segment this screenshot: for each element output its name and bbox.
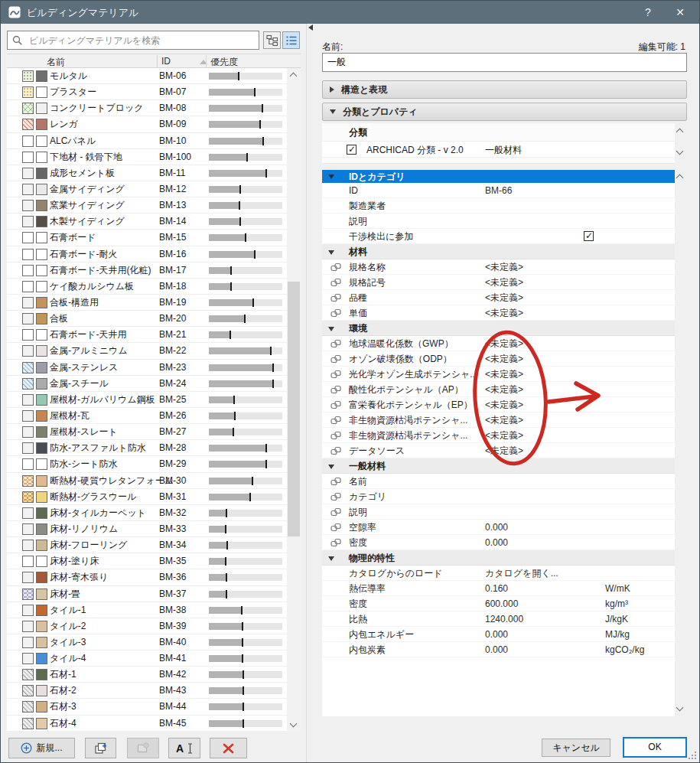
material-row[interactable]: 金属-スチールBM-24: [7, 376, 287, 392]
property-value[interactable]: 1240.000: [485, 611, 523, 627]
property-value[interactable]: <未定義>: [485, 397, 523, 412]
property-row[interactable]: 品種<未定義>: [322, 290, 675, 305]
property-value[interactable]: <未定義>: [485, 336, 523, 351]
property-row[interactable]: 内包炭素0.000kgCO₂/kg: [322, 642, 675, 657]
property-row[interactable]: 説明: [322, 214, 675, 229]
property-row[interactable]: 空隙率0.000: [322, 520, 675, 535]
material-row[interactable]: 石材-1BM-42: [7, 667, 287, 683]
property-row[interactable]: IDBM-66: [322, 183, 675, 198]
classification-checkbox[interactable]: [347, 145, 357, 155]
property-value[interactable]: 0.000: [485, 642, 508, 657]
property-row[interactable]: 製造業者: [322, 198, 675, 214]
material-row[interactable]: 床材-塗り床BM-35: [7, 553, 287, 569]
material-row[interactable]: 木製サイディングBM-14: [7, 214, 287, 230]
material-row[interactable]: 床材-寄木張りBM-36: [7, 569, 287, 585]
material-row[interactable]: 石膏ボード-天井用(化粧)BM-17: [7, 262, 287, 279]
scroll-up-icon[interactable]: [290, 73, 298, 80]
property-value[interactable]: 0.000: [485, 627, 508, 642]
class-scroll-down-icon[interactable]: [676, 148, 684, 155]
property-value[interactable]: <未定義>: [485, 351, 523, 367]
property-row[interactable]: 酸性化ポテンシャル（AP）<未定義>: [322, 382, 675, 397]
material-row[interactable]: 石材-2BM-43: [7, 683, 287, 699]
property-value[interactable]: <未定義>: [485, 259, 523, 275]
scroll-down-icon[interactable]: [290, 720, 298, 728]
material-row[interactable]: 金属-アルミニウムBM-22: [7, 343, 287, 359]
material-row[interactable]: 床材-リノリウムBM-33: [7, 521, 287, 537]
property-value[interactable]: <未定義>: [485, 367, 523, 382]
material-row[interactable]: ケイ酸カルシウム板BM-18: [7, 279, 287, 295]
cancel-button[interactable]: キャンセル: [542, 739, 610, 757]
help-button[interactable]: ?: [637, 3, 659, 21]
property-value[interactable]: <未定義>: [485, 305, 523, 321]
collapse-panel-icon[interactable]: [308, 24, 313, 31]
material-row[interactable]: 防水-アスファルト防水BM-28: [7, 440, 287, 456]
scrollbar-thumb[interactable]: [288, 282, 300, 536]
material-row[interactable]: 屋根材-ガルバリウム鋼板BM-25: [7, 392, 287, 408]
material-row[interactable]: 成形セメント板BM-11: [7, 165, 287, 181]
resize-grip[interactable]: [689, 752, 696, 759]
material-row[interactable]: 石材-3BM-44: [7, 699, 287, 715]
accordion-structure-appearance[interactable]: 構造と表現: [322, 80, 687, 99]
list-view-button[interactable]: [282, 31, 300, 49]
panel-splitter[interactable]: [306, 24, 307, 763]
column-id[interactable]: ID: [161, 56, 171, 67]
material-row[interactable]: 下地材 - 鉄骨下地BM-100: [7, 149, 287, 165]
material-row[interactable]: 断熱材-グラスウールBM-31: [7, 489, 287, 505]
grid-scroll-down-icon[interactable]: [676, 704, 684, 712]
material-row[interactable]: 石膏ボードBM-15: [7, 230, 287, 246]
material-name-input[interactable]: [322, 53, 687, 72]
property-row[interactable]: 密度600.000kg/m³: [322, 596, 675, 611]
property-value[interactable]: <未定義>: [485, 443, 523, 458]
property-row[interactable]: 非生物資源枯渇ポテンシャ...<未定義>: [322, 412, 675, 428]
property-row[interactable]: 名前: [322, 474, 675, 489]
material-row[interactable]: モルタルBM-06: [7, 68, 287, 84]
property-row[interactable]: 説明: [322, 504, 675, 520]
property-row[interactable]: 内包エネルギー0.000MJ/kg: [322, 627, 675, 642]
search-input[interactable]: [28, 32, 256, 48]
property-value[interactable]: 0.000: [485, 520, 508, 535]
property-row[interactable]: データソース<未定義>: [322, 443, 675, 458]
material-row[interactable]: 床材-畳BM-37: [7, 586, 287, 602]
property-row[interactable]: 地球温暖化係数（GWP）<未定義>: [322, 336, 675, 351]
property-row[interactable]: カテゴリ: [322, 489, 675, 504]
property-row[interactable]: 干渉検出に参加: [322, 229, 675, 244]
property-value[interactable]: <未定義>: [485, 412, 523, 428]
column-priority[interactable]: 優先度: [210, 56, 238, 69]
material-row[interactable]: タイル-3BM-40: [7, 634, 287, 651]
material-row[interactable]: 屋根材-瓦BM-26: [7, 408, 287, 424]
material-row[interactable]: タイル-2BM-39: [7, 618, 287, 634]
material-row[interactable]: プラスターBM-07: [7, 84, 287, 100]
material-row[interactable]: 石膏ボード-耐火BM-16: [7, 246, 287, 262]
property-value[interactable]: 0.160: [485, 581, 508, 596]
property-section-header[interactable]: 材料: [322, 244, 675, 259]
property-value[interactable]: カタログを開く...: [485, 566, 558, 581]
property-row[interactable]: 比熱1240.000J/kgK: [322, 611, 675, 627]
property-row[interactable]: 単価<未定義>: [322, 305, 675, 321]
material-row[interactable]: 金属-ステンレスBM-23: [7, 360, 287, 376]
material-row[interactable]: 金属サイディングBM-12: [7, 181, 287, 197]
property-section-header[interactable]: 環境: [322, 321, 675, 336]
material-row[interactable]: タイル-1BM-38: [7, 602, 287, 618]
property-value[interactable]: 600.000: [485, 596, 518, 611]
property-row[interactable]: カタログからのロードカタログを開く...: [322, 566, 675, 581]
material-row[interactable]: ALCパネルBM-10: [7, 133, 287, 149]
property-section-header[interactable]: 物理的特性: [322, 550, 675, 566]
material-row[interactable]: タイル-4BM-41: [7, 651, 287, 667]
material-row[interactable]: 床材-タイルカーペットBM-32: [7, 505, 287, 521]
accordion-classification-properties[interactable]: 分類とプロパティ: [322, 103, 687, 121]
property-row[interactable]: 富栄養化ポテンシャル（EP）<未定義>: [322, 397, 675, 412]
material-row[interactable]: コンクリートブロックBM-08: [7, 100, 287, 116]
material-row[interactable]: 石膏ボード-天井用BM-21: [7, 327, 287, 343]
classification-value[interactable]: 一般材料: [485, 144, 522, 157]
property-row[interactable]: 密度0.000: [322, 535, 675, 550]
duplicate-button[interactable]: [85, 738, 116, 758]
property-value[interactable]: 0.000: [485, 535, 508, 550]
property-value[interactable]: <未定義>: [485, 382, 523, 397]
grid-scroll-up-icon[interactable]: [676, 174, 684, 182]
property-value[interactable]: <未定義>: [485, 290, 523, 305]
property-section-header[interactable]: 一般材料: [322, 458, 675, 474]
property-row[interactable]: 規格記号<未定義>: [322, 275, 675, 290]
material-row[interactable]: 防水-シート防水BM-29: [7, 456, 287, 472]
property-row[interactable]: オゾン破壊係数（ODP）<未定義>: [322, 351, 675, 367]
delete-button[interactable]: [210, 738, 247, 758]
